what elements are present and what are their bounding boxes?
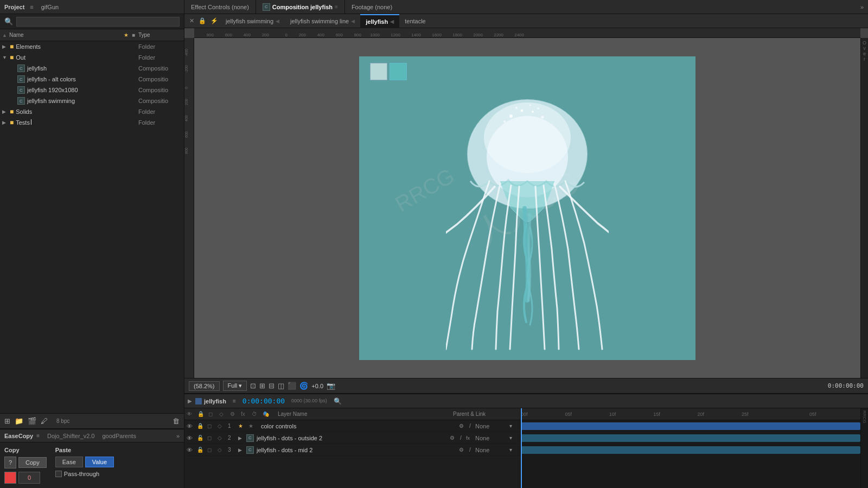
zoom-label: (58.2%): [194, 383, 215, 389]
tab-label-jf: jellyfish: [366, 18, 388, 25]
delete-icon[interactable]: 🗑: [173, 417, 180, 425]
lock-comp-icon[interactable]: 🔒: [199, 17, 206, 24]
parent-drop-2[interactable]: ▾: [509, 435, 518, 441]
tab-jellyfish-swimming-line[interactable]: jellyfish swimming line ◀: [285, 14, 360, 28]
expand-3[interactable]: ▶: [238, 447, 245, 453]
sort-up-icon[interactable]: ▲: [2, 33, 7, 38]
motion-blur-btn[interactable]: 🌀: [299, 382, 308, 390]
camera-btn[interactable]: 📷: [327, 382, 335, 390]
folder-icon-elements: ■: [10, 43, 14, 50]
mask-btn[interactable]: ⊞: [259, 382, 265, 390]
tab-jellyfish-active[interactable]: jellyfish ◀: [360, 14, 399, 28]
layer-row-1[interactable]: 👁 🔒 ◻ ◇ 1 ★ ★ color controls ⚙ / None ▾: [184, 420, 520, 432]
dojo-shifter-tab[interactable]: Dojo_Shifter_v2.0: [47, 433, 94, 439]
footage-tab[interactable]: Footage (none): [345, 0, 399, 14]
layer-icon-2a: ◻: [207, 435, 216, 441]
question-btn[interactable]: ?: [4, 457, 16, 468]
project-panel-header: Project ≡ gifGun: [0, 0, 184, 14]
bpc-label: 8 bpc: [56, 418, 69, 424]
svg-point-6: [541, 115, 544, 118]
tree-item-jellyfish[interactable]: C jellyfish Compositio: [0, 63, 184, 74]
copy-label: Copy: [4, 447, 47, 453]
track-bar-2: [521, 434, 860, 442]
right-scrollbar[interactable]: O v e r: [860, 38, 868, 378]
parent-none-3[interactable]: None: [475, 447, 508, 453]
parent-drop-3[interactable]: ▾: [509, 447, 518, 453]
parent-none-1[interactable]: None: [475, 423, 508, 429]
layer-link-3[interactable]: ⚙: [459, 447, 468, 453]
tree-item-jellyfish-alt[interactable]: C jellyfish - alt colors Compositio: [0, 74, 184, 85]
channel-btn[interactable]: ◫: [278, 382, 284, 390]
comp-tab-menu[interactable]: ≡: [335, 4, 338, 10]
search-input[interactable]: [16, 17, 180, 27]
panel-menu-icon[interactable]: ≡: [30, 4, 33, 10]
timeline-area: ▶ jellyfish ≡ 0:00:00:00 0000 (30.00 fps…: [184, 393, 868, 488]
effect-controls-tab[interactable]: Effect Controls (none): [184, 0, 256, 14]
num-value: 0: [18, 472, 40, 484]
project-toolbar: ⊞ 📁 🎬 🖊 8 bpc 🗑: [0, 413, 184, 428]
layer-link-2[interactable]: ⚙: [450, 435, 458, 441]
eye-icon-1[interactable]: 👁: [187, 423, 195, 429]
pass-through-checkbox[interactable]: [55, 471, 62, 477]
folder-icon-solids: ■: [10, 108, 14, 115]
tree-item-out[interactable]: ▼ ■ Out Folder: [0, 52, 184, 63]
ease-btn[interactable]: Ease: [55, 457, 83, 467]
color-swatch-btn[interactable]: ⬛: [288, 382, 296, 390]
close-comp-btn[interactable]: ✕: [187, 16, 196, 26]
footage-icon[interactable]: 🎬: [28, 417, 36, 425]
copy-btn[interactable]: Copy: [18, 457, 47, 468]
comp-icon-layer-2: C: [246, 434, 254, 442]
expand-panels-btn[interactable]: »: [856, 0, 868, 14]
jellyfish-svg: [446, 73, 609, 355]
tree-item-elements[interactable]: ▶ ■ Elements Folder: [0, 41, 184, 52]
lock-icon-1[interactable]: 🔒: [197, 423, 206, 429]
layer-col-header: 👁 🔒 ◻ ◇ ⚙ fx ⏱ 🎭 Layer Name Parent & Lin…: [184, 408, 520, 420]
expand-ease-icon[interactable]: »: [176, 433, 180, 439]
parent-drop-1[interactable]: ▾: [509, 423, 518, 429]
fx-label-2: fx: [466, 435, 474, 441]
composition-tab-header[interactable]: C Composition jellyfish ≡: [256, 0, 345, 14]
tree-item-tests[interactable]: ▶ ■ Tests Folder |: [0, 117, 184, 128]
grid-btn[interactable]: ⊟: [269, 382, 275, 390]
jellyfish-type: Compositio: [138, 65, 182, 72]
layer-link-1[interactable]: ⚙: [459, 423, 468, 429]
eye-icon-2[interactable]: 👁: [187, 435, 195, 441]
comp-icon-jellyfish-1080: C: [17, 86, 25, 94]
eye-icon-3[interactable]: 👁: [187, 447, 195, 453]
layer-num-3: 3: [228, 447, 237, 453]
ease-copy-panel: EaseCopy ≡ Dojo_Shifter_v2.0 goodParents…: [0, 428, 184, 488]
fit-btn[interactable]: ⊡: [250, 382, 256, 390]
snap-comp-icon[interactable]: ⚡: [210, 17, 218, 24]
composition-subtabs: ✕ 🔒 ⚡ jellyfish swimming ◀ jellyfish swi…: [184, 14, 868, 28]
cursor-indicator: |: [30, 118, 32, 125]
tree-item-jellyfish-swimming[interactable]: C jellyfish swimming Compositio: [0, 95, 184, 106]
layer-icon-1a: ◻: [207, 423, 216, 429]
star-icon-1[interactable]: ★: [238, 423, 247, 429]
tree-item-solids[interactable]: ▶ ■ Solids Folder: [0, 106, 184, 117]
lock-icon-2[interactable]: 🔓: [197, 435, 206, 441]
tree-item-jellyfish-1080[interactable]: C jellyfish 1920x1080 Compositio: [0, 85, 184, 95]
zoom-level-btn[interactable]: (58.2%): [189, 381, 220, 391]
parent-none-2[interactable]: None: [475, 435, 508, 441]
tab-jellyfish-swimming[interactable]: jellyfish swimming ◀: [220, 14, 285, 28]
value-btn[interactable]: Value: [85, 457, 114, 467]
new-comp-icon[interactable]: ⊞: [4, 417, 10, 425]
solids-type: Folder: [138, 108, 182, 115]
layer-icon-3b: ◇: [218, 447, 226, 453]
tl-search-icon[interactable]: 🔍: [334, 397, 342, 405]
tab-tentacle[interactable]: tentacle: [399, 14, 431, 28]
ease-copy-tab[interactable]: EaseCopy: [4, 433, 33, 439]
feather-icon[interactable]: 🖊: [41, 417, 48, 425]
ease-menu-icon[interactable]: ≡: [36, 433, 40, 439]
good-parents-tab[interactable]: goodParents: [103, 433, 136, 439]
tl-comp-label: jellyfish: [204, 398, 226, 404]
layer-row-3[interactable]: 👁 🔓 ◻ ◇ 3 ▶ C jellyfish - dots - mid 2 ⚙…: [184, 444, 520, 456]
layer-row-2[interactable]: 👁 🔓 ◻ ◇ 2 ▶ C jellyfish - dots - outside…: [184, 432, 520, 444]
tl-expand-btn[interactable]: ▶: [184, 398, 195, 404]
new-folder-icon[interactable]: 📁: [15, 417, 23, 425]
quality-btn[interactable]: Full ▾: [223, 381, 247, 391]
layer-icon-1c: ★: [248, 423, 257, 429]
chevron-jf-line: ◀: [351, 18, 355, 24]
lock-icon-3[interactable]: 🔓: [197, 447, 206, 453]
expand-2[interactable]: ▶: [238, 435, 245, 441]
